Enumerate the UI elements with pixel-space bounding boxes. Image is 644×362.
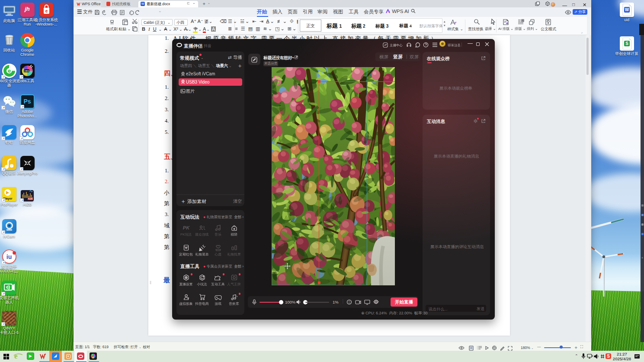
svg-text:e: e: [45, 9, 48, 13]
svg-text:AIZB: AIZB: [28, 197, 33, 200]
svg-text:OBS: OBS: [24, 70, 29, 72]
svg-text:PK: PK: [183, 225, 189, 230]
svg-text:W: W: [625, 7, 629, 12]
svg-text:S: S: [625, 41, 628, 46]
svg-text:e: e: [7, 68, 10, 74]
svg-text:iu: iu: [6, 253, 11, 260]
